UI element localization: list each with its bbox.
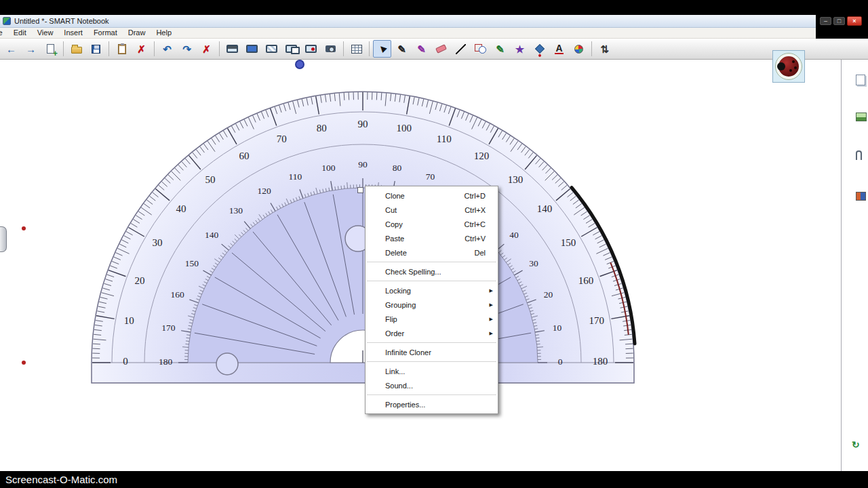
svg-text:170: 170 — [589, 315, 604, 326]
attachments-tab-icon[interactable] — [856, 150, 862, 160]
red-marker-dot — [22, 226, 26, 230]
context-menu-item-label: Flip — [385, 315, 486, 323]
insert-table-button[interactable] — [347, 40, 366, 58]
fill-button[interactable] — [530, 40, 549, 58]
context-menu-shortcut: Del — [474, 249, 486, 257]
shapes-button[interactable] — [471, 40, 490, 58]
menu-format[interactable]: Format — [88, 28, 123, 38]
right-arrow-icon: → — [26, 44, 36, 54]
svg-text:110: 110 — [289, 171, 302, 182]
svg-text:40: 40 — [509, 230, 519, 240]
open-file-button[interactable] — [67, 40, 85, 58]
magic-pen-button[interactable]: ★ — [511, 40, 529, 58]
close-button[interactable]: × — [847, 16, 862, 26]
svg-text:140: 140 — [205, 230, 219, 240]
context-menu-item-sound[interactable]: Sound... — [366, 378, 498, 392]
watermark-bar: Screencast-O-Matic.com — [0, 471, 868, 488]
delete-button[interactable]: ✗ — [132, 40, 151, 58]
svg-text:100: 100 — [321, 163, 336, 173]
full-screen-button[interactable] — [243, 40, 261, 58]
context-menu-item-order[interactable]: Order▶ — [366, 326, 498, 340]
context-menu-item-flip[interactable]: Flip▶ — [366, 312, 498, 326]
transparent-background-button[interactable] — [262, 40, 281, 58]
floating-toolbar-handle[interactable] — [0, 226, 7, 252]
context-menu-item-check-spelling[interactable]: Check Spelling... — [366, 264, 498, 279]
screen-refresh-icon[interactable]: ↻ — [852, 439, 860, 450]
document-camera-button[interactable] — [321, 40, 340, 58]
svg-text:100: 100 — [397, 123, 412, 134]
svg-text:160: 160 — [578, 275, 594, 286]
svg-text:180: 180 — [159, 357, 173, 367]
toolbar-separator — [219, 41, 220, 56]
menu-help[interactable]: Help — [151, 28, 177, 38]
context-menu-item-copy[interactable]: CopyCtrl+C — [366, 217, 498, 231]
select-button[interactable]: ▶ — [373, 40, 391, 58]
toolbar-separator — [154, 41, 155, 56]
floppy-disk-icon — [92, 45, 100, 54]
floating-tools-button[interactable] — [772, 50, 805, 83]
context-menu-item-infinite-cloner[interactable]: Infinite Cloner — [366, 345, 498, 359]
svg-text:70: 70 — [426, 171, 435, 182]
move-toolbar-button[interactable]: ⇅ — [595, 40, 614, 58]
toolbar-separator — [369, 41, 370, 56]
svg-text:60: 60 — [239, 150, 250, 161]
shape-recognition-pen-button[interactable]: ✎ — [491, 40, 509, 58]
screen-shade-button[interactable] — [223, 40, 241, 58]
svg-text:40: 40 — [176, 203, 186, 214]
creative-pen-button[interactable]: ✎ — [412, 40, 431, 58]
context-menu-item-clone[interactable]: CloneCtrl+D — [366, 188, 498, 203]
maximize-button[interactable]: □ — [833, 17, 845, 25]
context-menu-item-grouping[interactable]: Grouping▶ — [366, 298, 498, 312]
svg-text:0: 0 — [123, 356, 128, 367]
page-sorter-tab-icon[interactable] — [856, 75, 865, 85]
monitor-capture-icon — [305, 45, 317, 53]
svg-text:140: 140 — [537, 203, 553, 214]
table-grid-icon — [351, 45, 362, 54]
dual-page-display-button[interactable] — [282, 40, 300, 58]
context-menu-item-cut[interactable]: CutCtrl+X — [366, 203, 498, 217]
menu-edit[interactable]: Edit — [8, 28, 32, 38]
context-menu-item-locking[interactable]: Locking▶ — [366, 283, 498, 298]
svg-text:180: 180 — [593, 356, 608, 367]
eraser-button[interactable] — [432, 40, 450, 58]
context-menu-item-delete[interactable]: DeleteDel — [366, 245, 498, 260]
save-button[interactable] — [87, 40, 105, 58]
title-bar[interactable]: Untitled *- SMART Notebook — [0, 15, 868, 28]
minimize-button[interactable]: – — [820, 17, 831, 25]
context-menu-item-properties[interactable]: Properties... — [366, 397, 498, 411]
svg-text:30: 30 — [152, 237, 162, 248]
selection-handle[interactable] — [357, 187, 363, 193]
undo-button[interactable]: ↶ — [158, 40, 176, 58]
next-page-button[interactable]: → — [22, 40, 40, 58]
screen-capture-button[interactable] — [302, 40, 320, 58]
text-button[interactable]: A — [550, 40, 568, 58]
clipboard-icon — [118, 44, 126, 54]
menu-draw[interactable]: Draw — [123, 28, 151, 38]
menu-insert[interactable]: Insert — [58, 28, 88, 38]
context-menu-item-label: Properties... — [385, 401, 486, 409]
svg-text:70: 70 — [277, 134, 287, 144]
menu-file[interactable]: File — [0, 28, 8, 38]
redo-button[interactable]: ↷ — [178, 40, 196, 58]
properties-button[interactable] — [570, 40, 588, 58]
add-page-button[interactable] — [41, 40, 60, 58]
pen-button[interactable]: ✎ — [393, 40, 411, 58]
menu-view[interactable]: View — [32, 28, 59, 38]
context-menu-item-label: Check Spelling... — [385, 268, 486, 276]
paste-button[interactable] — [113, 40, 131, 58]
monitor-shade-icon — [226, 45, 238, 53]
svg-text:130: 130 — [508, 174, 524, 185]
svg-text:170: 170 — [161, 323, 176, 333]
properties-tab-icon[interactable] — [856, 192, 866, 201]
context-menu-item-paste[interactable]: PasteCtrl+V — [366, 231, 498, 245]
gallery-tab-icon[interactable] — [856, 113, 867, 121]
context-menu-item-label: Grouping — [385, 301, 486, 309]
diagonal-line-icon — [456, 44, 466, 54]
previous-page-button[interactable]: ← — [2, 40, 20, 58]
clear-page-button[interactable]: ✗ — [197, 40, 216, 58]
context-menu-item-link[interactable]: Link... — [366, 364, 498, 378]
context-menu-item-label: Sound... — [385, 382, 486, 390]
screen: Untitled *- SMART Notebook – □ × FileEdi… — [0, 0, 868, 488]
undo-arrow-icon: ↶ — [163, 44, 172, 54]
line-tool-button[interactable] — [452, 40, 470, 58]
